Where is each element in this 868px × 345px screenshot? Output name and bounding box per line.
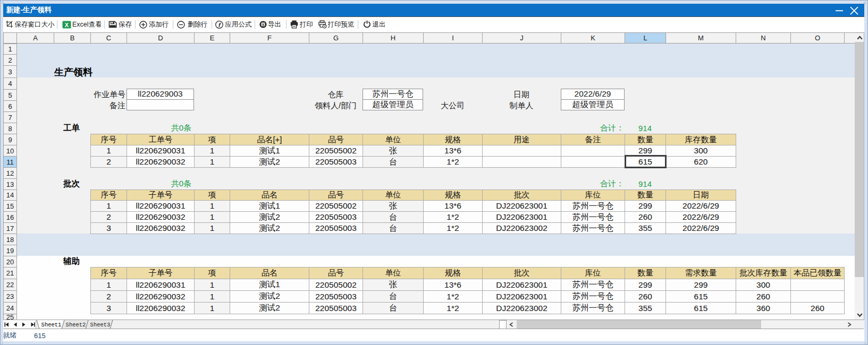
svg-text:f: f [218, 21, 221, 28]
svg-text:X: X [64, 21, 69, 28]
svg-text:X: X [262, 22, 264, 27]
